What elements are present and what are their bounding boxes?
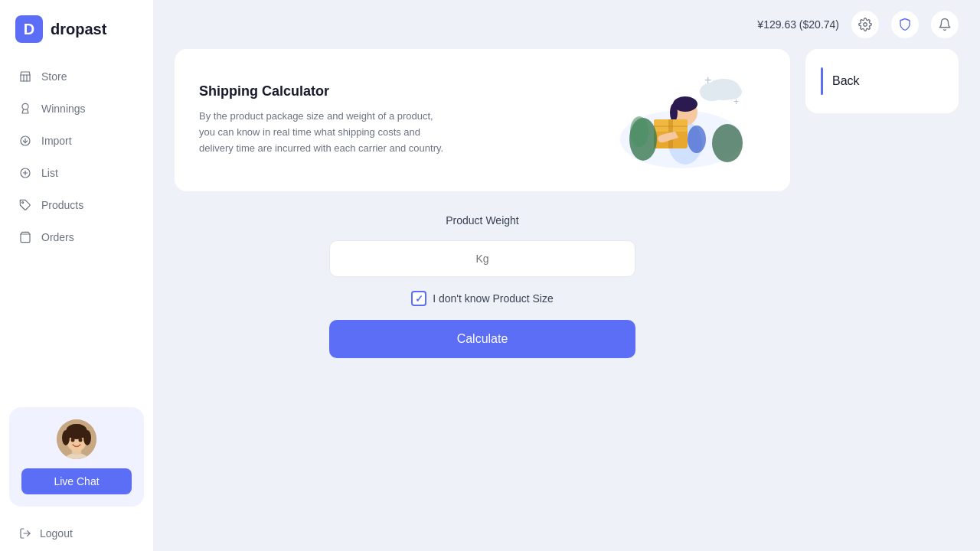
svg-text:+: +: [704, 73, 711, 86]
sidebar-store-label: Store: [41, 70, 67, 83]
banner-text: Shipping Calculator By the product packa…: [199, 83, 444, 156]
sidebar-item-list[interactable]: List: [9, 158, 144, 188]
sidebar-winnings-label: Winnings: [41, 103, 86, 115]
chat-avatar: [57, 419, 96, 459]
svg-text:+: +: [733, 96, 739, 107]
svg-point-14: [67, 424, 87, 436]
sidebar-item-winnings[interactable]: Winnings: [9, 93, 144, 124]
orders-icon: [18, 230, 32, 244]
checkbox-label: I don't know Product Size: [433, 292, 554, 305]
back-card[interactable]: Back: [805, 49, 959, 113]
right-panel: Back: [805, 49, 959, 536]
svg-point-33: [688, 126, 706, 153]
back-label: Back: [832, 74, 860, 88]
svg-point-0: [22, 103, 28, 109]
live-chat-box: Live Chat: [9, 407, 144, 507]
calculate-button[interactable]: Calculate: [329, 320, 635, 358]
sidebar-item-orders[interactable]: Orders: [9, 222, 144, 253]
sidebar: D dropast Store Winnings: [0, 0, 153, 551]
calculator-form: Product Weight ✓ I don't know Product Si…: [175, 207, 790, 366]
import-icon: [18, 134, 32, 148]
list-icon: [18, 166, 32, 180]
svg-rect-32: [654, 126, 688, 127]
sidebar-nav: Store Winnings Import: [0, 61, 153, 398]
product-size-checkbox[interactable]: ✓: [411, 291, 426, 306]
logout-label: Logout: [40, 527, 73, 540]
weight-label: Product Weight: [446, 214, 518, 227]
logo-icon: D: [15, 15, 43, 43]
app-name: dropast: [51, 21, 106, 38]
logout-icon: [18, 527, 32, 540]
store-icon: [18, 70, 32, 83]
svg-point-36: [630, 116, 648, 147]
svg-point-35: [712, 124, 743, 162]
logo-area: D dropast: [0, 0, 153, 61]
balance-display: ¥129.63 ($20.74): [757, 18, 839, 31]
sidebar-item-products[interactable]: Products: [9, 190, 144, 220]
svg-point-18: [864, 23, 867, 27]
sidebar-orders-label: Orders: [41, 231, 74, 243]
svg-point-15: [71, 439, 75, 442]
checkbox-row: ✓ I don't know Product Size: [411, 291, 554, 306]
shipping-banner: Shipping Calculator By the product packa…: [175, 49, 790, 191]
svg-point-16: [79, 439, 83, 442]
checkmark-icon: ✓: [415, 293, 423, 305]
main-card: Shipping Calculator By the product packa…: [175, 49, 790, 536]
logout-item[interactable]: Logout: [0, 516, 153, 551]
products-icon: [18, 198, 32, 212]
header: ¥129.63 ($20.74): [153, 0, 980, 49]
sidebar-item-store[interactable]: Store: [9, 61, 144, 92]
shield-button[interactable]: [891, 11, 919, 38]
banner-title: Shipping Calculator: [199, 83, 444, 99]
sidebar-list-label: List: [41, 167, 58, 179]
svg-point-5: [22, 202, 24, 204]
sidebar-products-label: Products: [41, 199, 83, 211]
live-chat-button[interactable]: Live Chat: [21, 468, 132, 494]
sidebar-item-import[interactable]: Import: [9, 126, 144, 156]
sidebar-import-label: Import: [41, 135, 72, 147]
main-area: ¥129.63 ($20.74) Shipping Calculator By …: [153, 0, 980, 551]
banner-description: By the product package size and weight o…: [199, 109, 444, 156]
winnings-icon: [18, 102, 32, 116]
svg-point-28: [670, 103, 678, 122]
content-area: Shipping Calculator By the product packa…: [153, 49, 980, 551]
banner-illustration: + +: [597, 70, 766, 170]
settings-button[interactable]: [851, 11, 879, 38]
bell-button[interactable]: [931, 11, 959, 38]
back-border-accent: [821, 67, 823, 95]
weight-input[interactable]: [329, 240, 635, 277]
